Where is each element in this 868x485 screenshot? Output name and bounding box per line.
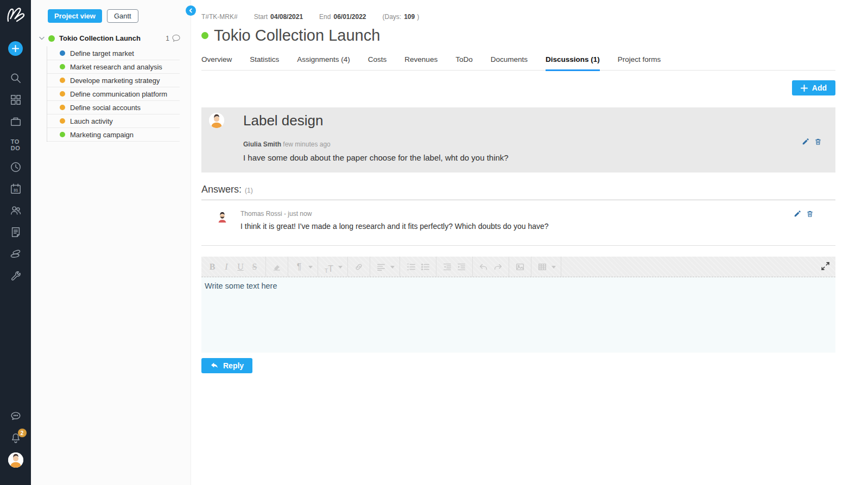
end-label: End	[319, 13, 331, 21]
pencil-icon	[802, 138, 809, 145]
dashboard-button[interactable]	[10, 94, 22, 106]
delete-topic-button[interactable]	[814, 138, 822, 145]
tree-item[interactable]: Define social accounts	[47, 101, 180, 114]
tab-overview[interactable]: Overview	[201, 55, 232, 71]
create-button[interactable]	[8, 41, 23, 56]
indent-icon	[457, 262, 466, 272]
tab-revenues[interactable]: Revenues	[404, 55, 438, 71]
answer-author-avatar	[216, 211, 229, 224]
document-icon	[10, 226, 22, 238]
tab-assignments[interactable]: Assignments (4)	[297, 55, 350, 71]
clear-format-button[interactable]	[270, 260, 284, 274]
tree-item[interactable]: Develope marketing strategy	[47, 74, 180, 87]
chevron-down-icon[interactable]	[39, 36, 45, 40]
delete-answer-button[interactable]	[806, 210, 814, 218]
projects-button[interactable]	[10, 116, 22, 127]
coins-icon	[10, 248, 22, 260]
status-dot	[60, 50, 65, 56]
align-button[interactable]	[374, 260, 388, 274]
project-status-dot	[201, 32, 208, 39]
outdent-button[interactable]	[440, 260, 454, 274]
end-date: 06/01/2022	[333, 13, 366, 21]
chevron-down-icon[interactable]	[308, 266, 313, 271]
redo-button[interactable]	[491, 260, 505, 274]
resources-button[interactable]	[10, 205, 22, 216]
tab-project-forms[interactable]: Project forms	[618, 55, 661, 71]
indent-button[interactable]	[454, 260, 468, 274]
reply-text-input[interactable]: Write some text here	[201, 277, 835, 353]
wrench-icon	[10, 270, 22, 282]
tree-item[interactable]: Define communication platform	[47, 87, 180, 101]
answers-heading: Answers: (1)	[201, 184, 835, 195]
unordered-list-icon	[420, 262, 430, 272]
days-close: )	[417, 13, 419, 21]
tree-item-label[interactable]: Lauch activity	[70, 117, 113, 125]
chat-button[interactable]	[10, 410, 22, 422]
unordered-list-button[interactable]	[418, 260, 432, 274]
costs-button[interactable]	[10, 248, 22, 260]
edit-answer-button[interactable]	[794, 210, 801, 218]
tree-item-label[interactable]: Marketing campaign	[70, 131, 134, 139]
tree-item-label[interactable]: Define communication platform	[70, 90, 167, 98]
italic-button[interactable]: I	[219, 260, 233, 274]
tree-item[interactable]: Marketing campaign	[47, 128, 180, 142]
logo-scribble-icon	[5, 4, 27, 25]
gantt-button[interactable]: Gantt	[107, 9, 138, 23]
search-icon	[10, 72, 22, 84]
tree-item[interactable]: Define target market	[47, 47, 180, 60]
tree-item[interactable]: Market research and analysis	[47, 60, 180, 74]
tab-todo[interactable]: ToDo	[455, 55, 473, 71]
tree-item-label[interactable]: Define social accounts	[70, 104, 141, 112]
add-discussion-button[interactable]: Add	[792, 80, 835, 95]
expand-editor-button[interactable]	[821, 261, 830, 271]
forms-button[interactable]	[10, 226, 22, 238]
notifications-button[interactable]: 2	[10, 432, 22, 444]
tree-item[interactable]: Lauch activity	[47, 114, 180, 128]
underline-button[interactable]: U	[233, 260, 248, 274]
paragraph-style-button[interactable]: ¶	[292, 260, 306, 274]
align-group	[370, 257, 400, 277]
tree-root-label[interactable]: Tokio Collection Launch	[59, 34, 141, 42]
search-button[interactable]	[10, 72, 22, 84]
tab-discussions[interactable]: Discussions (1)	[546, 55, 600, 71]
timesheet-button[interactable]	[10, 161, 22, 173]
reply-button[interactable]: Reply	[201, 358, 252, 373]
todo-button[interactable]: TO DO	[11, 138, 21, 151]
chevron-down-icon[interactable]	[390, 266, 395, 271]
strikethrough-button[interactable]: S	[248, 260, 262, 274]
chevron-down-icon[interactable]	[338, 266, 343, 271]
tab-documents[interactable]: Documents	[491, 55, 528, 71]
project-view-button[interactable]: Project view	[48, 9, 102, 23]
topic-time: few minutes ago	[283, 141, 330, 148]
tree-root-item[interactable]: Tokio Collection Launch 1	[31, 34, 191, 42]
discussion-count: 1	[166, 35, 169, 42]
table-icon	[537, 262, 547, 272]
project-meta: T#TK-MRK# Start04/08/2021 End06/01/2022 …	[201, 13, 835, 21]
people-icon	[10, 205, 22, 216]
app-logo[interactable]	[5, 4, 27, 27]
collapse-sidebar-button[interactable]	[186, 5, 196, 16]
answer-row: Thomas Rossi - just now I think it is gr…	[201, 210, 835, 231]
start-date: 04/08/2021	[270, 13, 303, 21]
tree-item-label[interactable]: Define target market	[70, 49, 134, 58]
undo-button[interactable]	[477, 260, 491, 274]
insert-link-button[interactable]	[352, 260, 366, 274]
tab-statistics[interactable]: Statistics	[250, 55, 279, 71]
title-row: Tokio Collection Launch	[201, 27, 835, 44]
bold-button[interactable]: B	[205, 260, 219, 274]
plus-icon	[801, 85, 808, 92]
chevron-down-icon[interactable]	[552, 266, 556, 271]
font-size-button[interactable]: TT	[322, 260, 336, 274]
project-code: T#TK-MRK#	[201, 13, 238, 21]
tree-item-label[interactable]: Market research and analysis	[70, 63, 162, 71]
edit-topic-button[interactable]	[802, 138, 809, 145]
tree-item-label[interactable]: Develope marketing strategy	[70, 76, 160, 85]
answers-count: (1)	[245, 187, 253, 194]
tab-costs[interactable]: Costs	[368, 55, 387, 71]
agenda-button[interactable]: 31	[10, 183, 22, 195]
insert-table-button[interactable]	[535, 260, 549, 274]
admin-button[interactable]	[10, 270, 22, 282]
user-avatar[interactable]	[8, 452, 23, 468]
insert-image-button[interactable]	[513, 260, 527, 274]
ordered-list-button[interactable]	[404, 260, 418, 274]
